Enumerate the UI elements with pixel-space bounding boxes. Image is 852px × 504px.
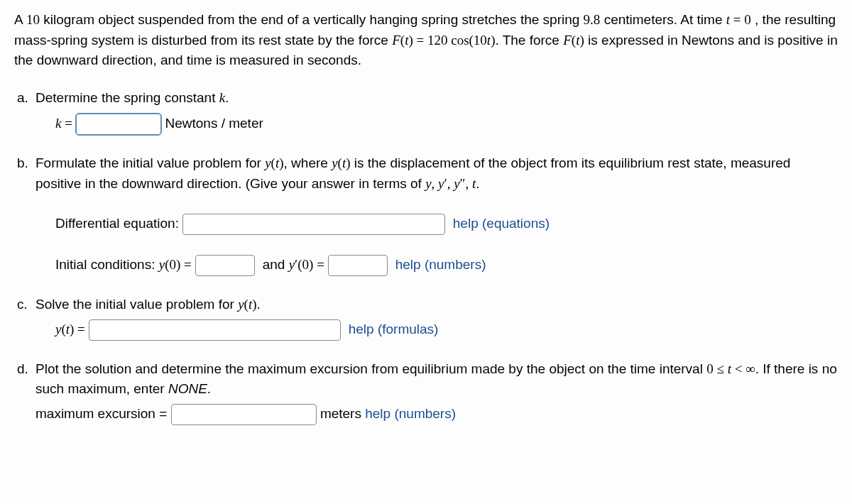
intro-text: . The force bbox=[495, 33, 563, 48]
help-numbers-link[interactable]: help (numbers) bbox=[395, 257, 486, 272]
help-numbers-link2[interactable]: help (numbers) bbox=[365, 406, 456, 421]
yt-expr3: y(t) bbox=[238, 297, 256, 312]
intro-text: centimeters. At time bbox=[600, 12, 726, 27]
help-equations-link[interactable]: help (equations) bbox=[453, 216, 550, 231]
maxex-label: maximum excursion = bbox=[36, 406, 167, 421]
intro-text: kilogram object suspended from the end o… bbox=[40, 12, 584, 27]
part-c-text: Solve the initial value problem for bbox=[36, 297, 238, 312]
problem-intro: A 10 kilogram object suspended from the … bbox=[14, 10, 838, 71]
k-equals: k = bbox=[55, 116, 72, 131]
part-a-marker: a. bbox=[17, 88, 28, 109]
y0-expr: y(0) = bbox=[159, 257, 192, 272]
vars-list: y, y′, y″, t bbox=[425, 176, 476, 191]
help-formulas-link[interactable]: help (formulas) bbox=[349, 322, 439, 336]
yt-expr: y(t) bbox=[265, 155, 283, 170]
yt-expr2: y(t) bbox=[332, 155, 350, 170]
de-label: Differential equation: bbox=[55, 216, 179, 231]
stretch-value: 9.8 bbox=[584, 12, 601, 27]
yt-input[interactable] bbox=[89, 319, 341, 341]
period: . bbox=[257, 297, 261, 312]
y0-input[interactable] bbox=[195, 255, 255, 276]
yt-equals: y(t) = bbox=[55, 322, 85, 336]
part-d: d. Plot the solution and determine the m… bbox=[36, 359, 838, 425]
de-input[interactable] bbox=[182, 214, 445, 235]
yp0-expr: y′(0) = bbox=[289, 257, 324, 272]
period: . bbox=[476, 176, 479, 191]
part-c-marker: c. bbox=[17, 295, 28, 315]
part-b-text: Formulate the initial value problem for bbox=[36, 155, 265, 170]
part-b: b. Formulate the initial value problem f… bbox=[36, 153, 838, 276]
intro-text: A bbox=[14, 12, 26, 27]
mass-value: 10 bbox=[26, 12, 40, 27]
part-b-text: , where bbox=[284, 155, 332, 170]
time-condition: t = 0 bbox=[726, 12, 751, 27]
part-d-marker: d. bbox=[17, 359, 28, 380]
ic-label: Initial conditions: bbox=[55, 257, 159, 272]
maxex-units: meters bbox=[320, 406, 365, 421]
k-var: k bbox=[219, 90, 225, 105]
maxex-input[interactable] bbox=[171, 404, 317, 425]
k-input[interactable] bbox=[76, 114, 161, 135]
part-c: c. Solve the initial value problem for y… bbox=[36, 295, 838, 341]
interval-expr: 0 ≤ t < ∞ bbox=[706, 361, 755, 376]
yp0-input[interactable] bbox=[328, 255, 388, 276]
part-a-text: Determine the spring constant bbox=[36, 90, 219, 105]
part-d-text: Plot the solution and determine the maxi… bbox=[36, 361, 706, 376]
part-a: a. Determine the spring constant k. k = … bbox=[36, 88, 838, 136]
and-text: and bbox=[263, 257, 289, 272]
k-units: Newtons / meter bbox=[165, 116, 263, 131]
period: . bbox=[207, 381, 211, 396]
force-expr: F(t) = 120 cos(10t) bbox=[392, 33, 495, 48]
none-text: NONE bbox=[168, 381, 207, 396]
ft-expr: F(t) bbox=[563, 33, 584, 48]
part-b-marker: b. bbox=[17, 153, 28, 174]
period: . bbox=[225, 90, 229, 105]
